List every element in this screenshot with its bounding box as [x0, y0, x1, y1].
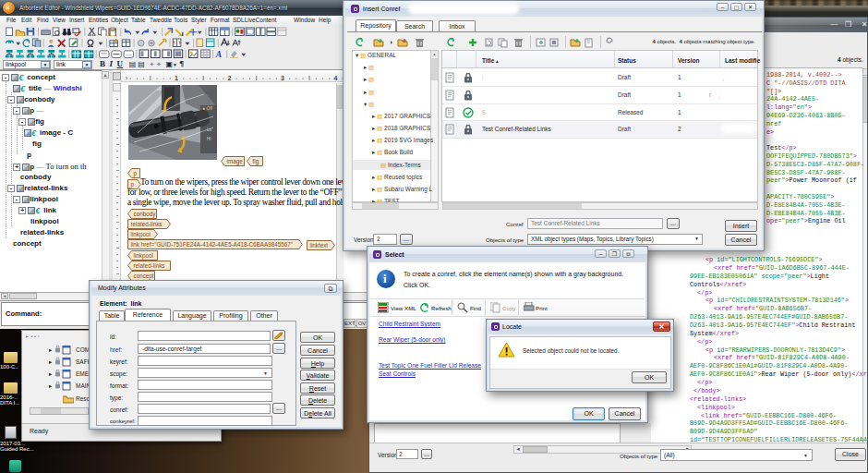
svg-text:1: 1 [175, 75, 178, 81]
svg-text:related-links: related-links [131, 221, 163, 227]
svg-text:image: image [227, 158, 244, 165]
svg-text:4: 4 [333, 75, 337, 81]
svg-text:fig: fig [253, 158, 259, 165]
svg-text:linkpool: linkpool [131, 231, 151, 238]
svg-text:HI: HI [207, 137, 211, 141]
svg-text:linktext: linktext [310, 242, 329, 249]
svg-text:● Off: ● Off [202, 105, 213, 111]
svg-text:2: 2 [228, 75, 232, 81]
svg-text:3: 3 [281, 75, 284, 81]
svg-text:›: › [126, 75, 128, 81]
svg-text:link href="GUID-751FE24A-4142-: link href="GUID-751FE24A-4142-4AE5-A418-… [131, 241, 293, 248]
svg-text:p: p [134, 170, 138, 177]
svg-text:related-links: related-links [134, 262, 165, 269]
svg-text:linkpool: linkpool [134, 252, 153, 260]
svg-text:concept: concept [134, 273, 154, 280]
svg-text:conbody: conbody [134, 211, 157, 218]
